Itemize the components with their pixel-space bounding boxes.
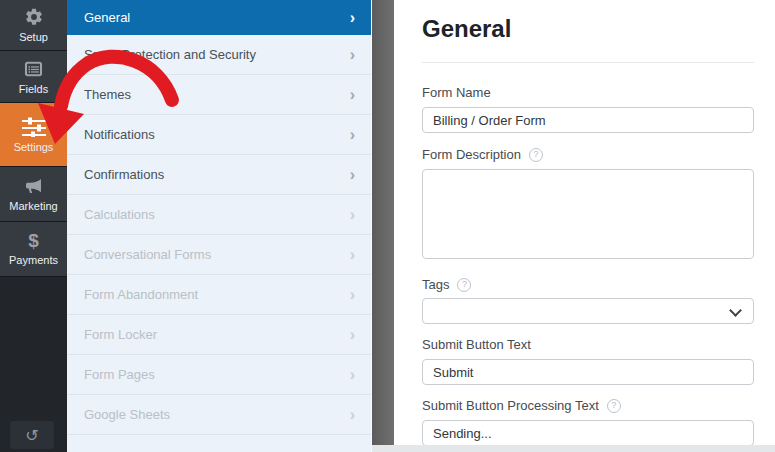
page-title: General bbox=[422, 0, 754, 44]
settings-menu-panel: General › Spam Protection and Security ›… bbox=[67, 0, 371, 452]
undo-history-icon: ↺ bbox=[25, 426, 38, 445]
chevron-right-icon: › bbox=[350, 87, 355, 103]
menu-item-label: Form Abandonment bbox=[84, 287, 198, 302]
sliders-icon bbox=[21, 117, 47, 137]
undo-history-button[interactable]: ↺ bbox=[10, 421, 54, 449]
title-divider bbox=[422, 62, 754, 63]
chevron-right-icon: › bbox=[350, 47, 355, 63]
menu-item-label: Spam Protection and Security bbox=[84, 47, 256, 62]
sidebar-item-setup[interactable]: Setup bbox=[0, 0, 67, 51]
menu-item-label: Conversational Forms bbox=[84, 247, 211, 262]
settings-menu-item-form-pages[interactable]: Form Pages › bbox=[67, 355, 371, 395]
gear-icon bbox=[24, 7, 44, 27]
form-description-label: Form Description ? bbox=[422, 147, 754, 162]
panel-divider-strip bbox=[372, 0, 394, 445]
submit-button-text-input[interactable] bbox=[422, 359, 754, 385]
form-description-textarea[interactable] bbox=[422, 169, 754, 259]
chevron-right-icon: › bbox=[350, 247, 355, 263]
sidebar-item-label: Setup bbox=[19, 31, 48, 43]
menu-item-label: General bbox=[84, 10, 130, 25]
submit-button-processing-text-label: Submit Button Processing Text ? bbox=[422, 398, 754, 413]
help-icon[interactable]: ? bbox=[607, 399, 621, 413]
sidebar-item-settings[interactable]: Settings bbox=[0, 103, 67, 167]
settings-menu-item-spam-protection[interactable]: Spam Protection and Security › bbox=[67, 35, 371, 75]
settings-menu-item-google-sheets[interactable]: Google Sheets › bbox=[67, 395, 371, 435]
settings-menu-item-themes[interactable]: Themes › bbox=[67, 75, 371, 115]
chevron-right-icon: › bbox=[350, 367, 355, 383]
fields-icon bbox=[23, 59, 44, 79]
chevron-right-icon: › bbox=[350, 327, 355, 343]
help-icon[interactable]: ? bbox=[529, 148, 543, 162]
general-settings-panel: General Form Name Form Description ? Tag… bbox=[394, 0, 775, 452]
submit-button-processing-text-input[interactable] bbox=[422, 420, 754, 446]
menu-item-label: Notifications bbox=[84, 127, 155, 142]
tags-label: Tags ? bbox=[422, 277, 754, 292]
menu-item-label: Themes bbox=[84, 87, 131, 102]
dollar-icon: $ bbox=[28, 232, 39, 250]
settings-menu-item-general[interactable]: General › bbox=[67, 0, 371, 35]
settings-menu-item-form-abandonment[interactable]: Form Abandonment › bbox=[67, 275, 371, 315]
chevron-down-icon bbox=[729, 304, 742, 317]
content-bottom-edge bbox=[372, 445, 775, 452]
sidebar-item-label: Fields bbox=[19, 83, 48, 95]
chevron-right-icon: › bbox=[350, 287, 355, 303]
chevron-right-icon: › bbox=[350, 10, 355, 26]
sidebar-item-fields[interactable]: Fields bbox=[0, 51, 67, 103]
sidebar-item-label: Marketing bbox=[9, 200, 57, 212]
menu-item-label: Form Pages bbox=[84, 367, 155, 382]
sidebar-item-payments[interactable]: $ Payments bbox=[0, 222, 67, 277]
sidebar-item-marketing[interactable]: Marketing bbox=[0, 167, 67, 222]
sidebar-item-label: Settings bbox=[14, 141, 54, 153]
menu-item-label: Confirmations bbox=[84, 167, 164, 182]
chevron-right-icon: › bbox=[350, 407, 355, 423]
menu-item-label: Google Sheets bbox=[84, 407, 170, 422]
form-name-label: Form Name bbox=[422, 85, 754, 100]
form-name-input[interactable] bbox=[422, 107, 754, 133]
settings-menu-item-calculations[interactable]: Calculations › bbox=[67, 195, 371, 235]
chevron-right-icon: › bbox=[350, 207, 355, 223]
help-icon[interactable]: ? bbox=[457, 278, 471, 292]
megaphone-icon bbox=[23, 176, 44, 196]
settings-menu-item-confirmations[interactable]: Confirmations › bbox=[67, 155, 371, 195]
tags-select[interactable] bbox=[422, 298, 754, 324]
builder-sidebar: Setup Fields Settings bbox=[0, 0, 67, 452]
chevron-right-icon: › bbox=[350, 127, 355, 143]
submit-button-text-label: Submit Button Text bbox=[422, 337, 754, 352]
menu-item-label: Form Locker bbox=[84, 327, 157, 342]
sidebar-item-label: Payments bbox=[9, 254, 58, 266]
settings-menu-item-conversational-forms[interactable]: Conversational Forms › bbox=[67, 235, 371, 275]
chevron-right-icon: › bbox=[350, 167, 355, 183]
menu-item-label: Calculations bbox=[84, 207, 155, 222]
settings-menu-item-notifications[interactable]: Notifications › bbox=[67, 115, 371, 155]
settings-menu-item-form-locker[interactable]: Form Locker › bbox=[67, 315, 371, 355]
